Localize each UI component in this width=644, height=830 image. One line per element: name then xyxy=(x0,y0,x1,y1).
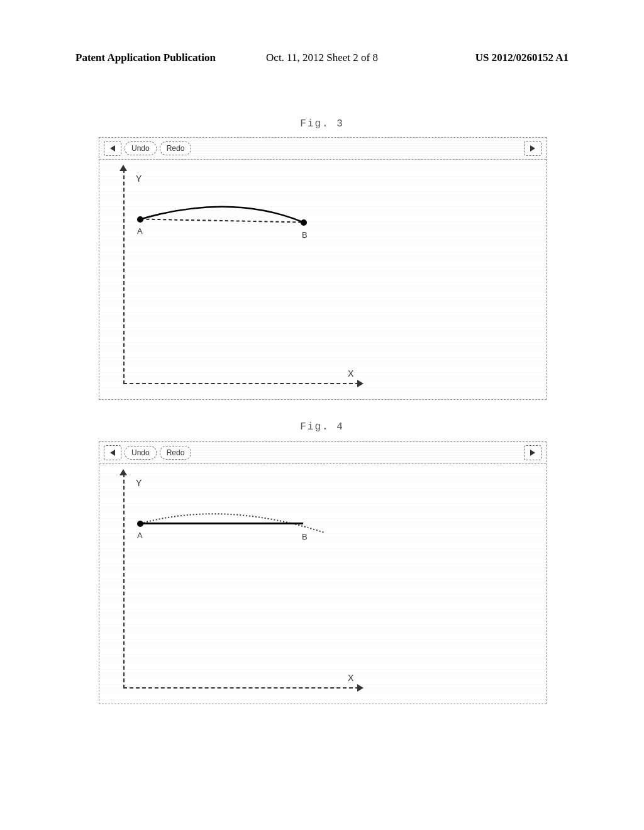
triangle-right-icon xyxy=(528,448,537,457)
redo-button[interactable]: Redo xyxy=(160,446,192,460)
y-axis xyxy=(123,473,125,689)
back-button[interactable] xyxy=(104,445,121,460)
x-axis xyxy=(123,687,359,689)
point-a xyxy=(137,216,143,223)
toolbar-left-group: Undo Redo xyxy=(104,141,191,156)
redo-button[interactable]: Redo xyxy=(160,141,192,155)
y-axis-arrow-icon xyxy=(119,165,127,171)
point-a-label: A xyxy=(137,531,143,540)
y-axis-label: Y xyxy=(136,478,142,488)
forward-button[interactable] xyxy=(524,141,541,156)
point-b-label: B xyxy=(302,230,308,240)
x-axis xyxy=(123,383,359,384)
x-axis-label: X xyxy=(348,673,353,683)
y-axis xyxy=(123,169,125,384)
x-axis-arrow-icon xyxy=(357,380,364,387)
figure-3-curves xyxy=(99,160,546,399)
figure-4-canvas: Y X A B xyxy=(99,464,546,704)
y-axis-arrow-icon xyxy=(119,469,127,475)
svg-line-0 xyxy=(141,219,304,223)
x-axis-label: X xyxy=(348,368,353,379)
forward-button[interactable] xyxy=(524,445,541,460)
toolbar: Undo Redo xyxy=(99,138,546,160)
x-axis-arrow-icon xyxy=(357,684,364,692)
figure-3-label: Fig. 3 xyxy=(300,118,344,130)
point-a-label: A xyxy=(137,226,143,236)
triangle-left-icon xyxy=(108,448,117,457)
figure-3-canvas: Y X A B xyxy=(99,160,546,399)
point-b xyxy=(301,219,307,226)
undo-button[interactable]: Undo xyxy=(125,141,157,155)
header-publication-type: Patent Application Publication xyxy=(75,52,216,64)
y-axis-label: Y xyxy=(136,174,142,184)
triangle-left-icon xyxy=(108,144,117,153)
figure-4-label: Fig. 4 xyxy=(300,421,344,433)
figure-4-curves xyxy=(99,464,546,704)
figure-4-panel: Undo Redo Y X A B xyxy=(99,441,547,704)
point-b-label: B xyxy=(302,532,308,541)
point-a xyxy=(137,521,143,527)
header-publication-number: US 2012/0260152 A1 xyxy=(475,52,569,64)
triangle-right-icon xyxy=(528,144,537,153)
undo-button[interactable]: Undo xyxy=(125,446,157,460)
figure-3-panel: Undo Redo Y X A B xyxy=(99,137,547,400)
back-button[interactable] xyxy=(104,141,121,156)
toolbar-left-group: Undo Redo xyxy=(104,445,191,460)
header-sheet-info: Oct. 11, 2012 Sheet 2 of 8 xyxy=(266,52,378,64)
page-header: Patent Application Publication Oct. 11, … xyxy=(0,52,644,64)
toolbar: Undo Redo xyxy=(99,442,546,464)
